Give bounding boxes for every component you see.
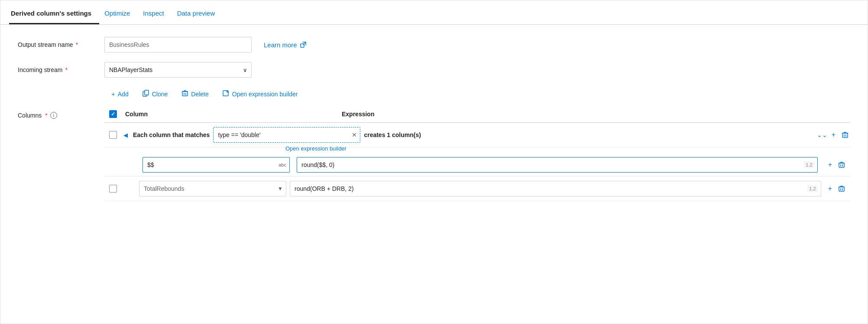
tab-derived-settings[interactable]: Derived column's settings bbox=[9, 3, 99, 24]
creates-label: creates 1 column(s) bbox=[364, 131, 421, 138]
svg-rect-11 bbox=[839, 163, 844, 167]
select-all-checkbox[interactable] bbox=[109, 110, 117, 118]
tab-optimize[interactable]: Optimize bbox=[103, 3, 138, 24]
regular-expr-type-badge: 1.2 bbox=[807, 185, 817, 192]
match-input-clear-icon[interactable]: ✕ bbox=[352, 131, 357, 138]
match-label: Each column that matches bbox=[133, 131, 210, 138]
column-header: Column bbox=[122, 111, 338, 118]
sub-col-input[interactable] bbox=[143, 157, 290, 173]
sub-col-wrapper: abc bbox=[143, 157, 290, 173]
regular-delete-button[interactable] bbox=[836, 184, 847, 193]
regular-expr-wrapper: 1.2 bbox=[290, 181, 821, 196]
incoming-stream-row: Incoming stream * NBAPlayerStats ∨ bbox=[18, 62, 850, 78]
expression-header: Expression bbox=[338, 111, 850, 118]
regular-row-checkbox-cell bbox=[104, 185, 122, 193]
header-checkbox-cell bbox=[104, 110, 122, 118]
add-icon: + bbox=[111, 90, 115, 98]
expand-icon[interactable]: ⌄⌄ bbox=[817, 131, 827, 138]
delete-button[interactable]: Delete bbox=[175, 87, 215, 101]
regular-add-button[interactable]: + bbox=[826, 184, 834, 193]
match-row-actions: ⌄⌄ + bbox=[817, 130, 850, 140]
regular-row-actions: + bbox=[826, 184, 847, 193]
regular-expr-input[interactable] bbox=[290, 181, 821, 196]
external-link-icon bbox=[300, 41, 307, 48]
svg-rect-14 bbox=[839, 187, 844, 191]
match-row-checkbox[interactable] bbox=[109, 131, 117, 139]
match-row-expr: creates 1 column(s) bbox=[360, 131, 813, 138]
columns-toolbar: + Add Clone Delete Open expression buil bbox=[104, 87, 850, 101]
columns-table: Column Expression ◀ bbox=[104, 107, 850, 201]
sub-expr-input[interactable] bbox=[297, 157, 818, 173]
regular-col-input[interactable] bbox=[139, 181, 286, 196]
tab-bar: Derived column's settings Optimize Inspe… bbox=[0, 0, 868, 25]
sub-expr-wrapper: 1.2 bbox=[297, 157, 818, 173]
expression-builder-icon bbox=[223, 90, 230, 98]
open-expression-builder-button[interactable]: Open expression builder bbox=[216, 87, 305, 101]
main-content: Output stream name * Learn more Incoming… bbox=[0, 25, 868, 213]
tab-data-preview[interactable]: Data preview bbox=[175, 3, 223, 24]
svg-rect-4 bbox=[182, 92, 188, 96]
columns-label: Columns * i bbox=[18, 107, 104, 201]
columns-info-icon[interactable]: i bbox=[50, 112, 57, 119]
columns-section: Columns * i Column Expression bbox=[18, 107, 850, 201]
regular-col-wrapper: ▼ bbox=[139, 181, 286, 196]
output-stream-input[interactable] bbox=[104, 37, 252, 52]
match-delete-button[interactable] bbox=[840, 131, 850, 139]
clone-icon bbox=[143, 90, 149, 98]
columns-required: * bbox=[45, 112, 47, 119]
open-expression-builder-sub-link[interactable]: Open expression builder bbox=[285, 145, 347, 152]
regular-col-chevron-icon: ▼ bbox=[278, 186, 283, 192]
incoming-stream-label: Incoming stream * bbox=[18, 66, 104, 73]
output-stream-row: Output stream name * Learn more bbox=[18, 37, 850, 52]
sub-expr-type-badge: 1.2 bbox=[804, 161, 814, 168]
match-input-wrapper: ✕ bbox=[213, 127, 360, 143]
open-expr-sub-row: Open expression builder bbox=[104, 145, 850, 152]
match-row-group: ◀ Each column that matches ✕ creates 1 c… bbox=[104, 123, 850, 177]
learn-more-link[interactable]: Learn more bbox=[264, 41, 307, 49]
app-container: Derived column's settings Optimize Inspe… bbox=[0, 0, 868, 324]
output-stream-label: Output stream name * bbox=[18, 41, 104, 48]
svg-rect-8 bbox=[842, 133, 848, 137]
add-button[interactable]: + Add bbox=[104, 88, 136, 100]
incoming-stream-select-wrapper: NBAPlayerStats ∨ bbox=[104, 62, 252, 78]
svg-rect-3 bbox=[145, 90, 149, 95]
svg-line-1 bbox=[303, 42, 306, 45]
table-row: ◀ Each column that matches ✕ creates 1 c… bbox=[104, 123, 850, 147]
table-header: Column Expression bbox=[104, 107, 850, 123]
sub-row-dollar: abc 1.2 + bbox=[104, 154, 850, 177]
match-add-button[interactable]: + bbox=[830, 130, 837, 140]
table-row: ▼ 1.2 + bbox=[104, 177, 850, 201]
match-row-col: ◀ Each column that matches ✕ bbox=[122, 127, 360, 143]
sub-add-button[interactable]: + bbox=[826, 160, 834, 170]
sub-col-type-badge: abc bbox=[279, 162, 286, 167]
regular-row-checkbox[interactable] bbox=[109, 185, 117, 193]
collapse-arrow-icon[interactable]: ◀ bbox=[123, 132, 128, 138]
output-stream-required: * bbox=[76, 41, 78, 48]
sub-row-actions: + bbox=[826, 160, 847, 170]
incoming-stream-select[interactable]: NBAPlayerStats bbox=[104, 62, 252, 78]
match-row-checkbox-cell bbox=[104, 131, 122, 139]
match-expression-input[interactable] bbox=[213, 127, 360, 143]
sub-delete-button[interactable] bbox=[836, 160, 847, 169]
incoming-stream-required: * bbox=[65, 66, 67, 73]
delete-icon bbox=[181, 90, 188, 98]
tab-inspect[interactable]: Inspect bbox=[141, 3, 172, 24]
clone-button[interactable]: Clone bbox=[136, 87, 175, 101]
